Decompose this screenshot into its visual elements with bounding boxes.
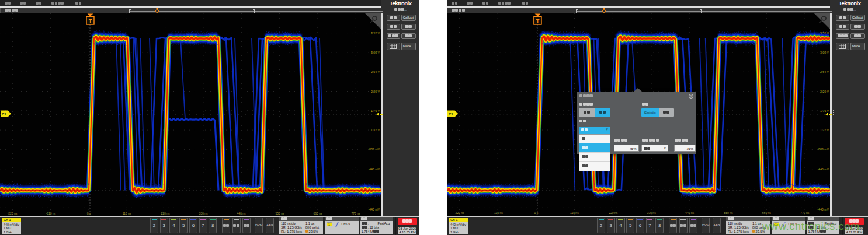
- svg-text:330 ns: 330 ns: [199, 212, 208, 215]
- svg-text:2.64 V: 2.64 V: [820, 70, 829, 73]
- svg-text:1.32 V: 1.32 V: [371, 128, 380, 132]
- svg-text:110 ns: 110 ns: [570, 212, 579, 215]
- svg-text:3.08 V: 3.08 V: [371, 51, 380, 54]
- svg-text:880 mV: 880 mV: [818, 148, 829, 151]
- svg-text:T: T: [89, 18, 92, 24]
- svg-text:330 ns: 330 ns: [647, 212, 657, 215]
- svg-text:770 ns: 770 ns: [800, 212, 810, 215]
- svg-text:2.64 V: 2.64 V: [371, 70, 380, 73]
- svg-text:770 ns: 770 ns: [351, 212, 360, 215]
- svg-text:550 ns: 550 ns: [724, 212, 733, 215]
- svg-text:3.08 V: 3.08 V: [820, 51, 829, 54]
- svg-text:-220 ns: -220 ns: [8, 212, 18, 215]
- svg-text:-220 ns: -220 ns: [454, 212, 464, 215]
- svg-text:-440 mV: -440 mV: [368, 208, 380, 211]
- svg-text:-110 ns: -110 ns: [493, 212, 503, 215]
- svg-text:3.52 V: 3.52 V: [820, 31, 829, 35]
- svg-text:0 s: 0 s: [87, 212, 91, 215]
- svg-text:440 mV: 440 mV: [818, 167, 829, 171]
- svg-text:2.20 V: 2.20 V: [820, 90, 829, 93]
- svg-text:1.32 V: 1.32 V: [820, 128, 829, 132]
- svg-text:3.52 V: 3.52 V: [371, 31, 380, 35]
- svg-text:T: T: [536, 18, 540, 24]
- svg-text:440 ns: 440 ns: [685, 212, 695, 215]
- svg-text:660 ns: 660 ns: [313, 212, 322, 215]
- svg-text:440 mV: 440 mV: [369, 167, 380, 171]
- svg-text:C1: C1: [449, 113, 453, 116]
- svg-text:440 ns: 440 ns: [237, 212, 246, 215]
- svg-text:2.20 V: 2.20 V: [371, 90, 380, 93]
- svg-text:880 mV: 880 mV: [369, 148, 380, 151]
- svg-text:C1: C1: [2, 113, 6, 116]
- svg-text:-440 mV: -440 mV: [817, 208, 829, 211]
- svg-text:660 ns: 660 ns: [762, 212, 772, 215]
- svg-text:220 ns: 220 ns: [161, 212, 170, 215]
- svg-text:220 ns: 220 ns: [609, 212, 618, 215]
- svg-text:0 s: 0 s: [534, 212, 539, 215]
- svg-text:-110 ns: -110 ns: [46, 212, 56, 215]
- svg-text:110 ns: 110 ns: [123, 212, 131, 215]
- svg-text:550 ns: 550 ns: [275, 212, 284, 215]
